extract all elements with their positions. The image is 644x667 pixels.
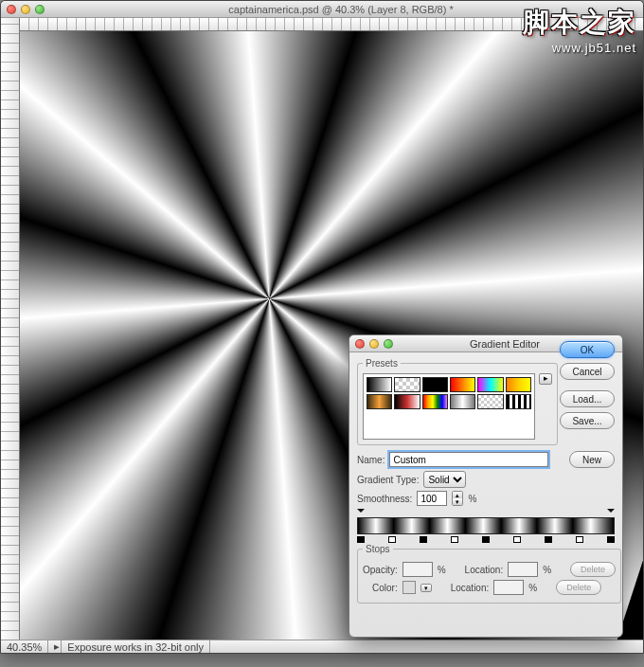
presets-fieldset: Presets ▸ bbox=[357, 358, 558, 445]
status-zoom[interactable]: 40.35% bbox=[1, 640, 48, 653]
opacity-stop[interactable] bbox=[607, 510, 615, 517]
color-stop[interactable] bbox=[607, 534, 615, 542]
color-picker-flyout-icon[interactable]: ▾ bbox=[420, 584, 432, 592]
gradient-editor-dialog: Gradient Editor OK Cancel Load... Save..… bbox=[349, 334, 623, 638]
stops-label: Stops bbox=[363, 544, 393, 554]
preset-swatch[interactable] bbox=[477, 394, 503, 409]
gradient-type-label: Gradient Type: bbox=[357, 475, 419, 485]
preset-swatch[interactable] bbox=[506, 377, 531, 392]
presets-label: Presets bbox=[363, 358, 401, 369]
new-button[interactable]: New bbox=[569, 451, 615, 468]
smoothness-stepper[interactable]: ▴▾ bbox=[452, 491, 463, 506]
gradient-preview[interactable] bbox=[357, 517, 615, 534]
ruler-vertical[interactable] bbox=[1, 18, 20, 640]
color-stop[interactable] bbox=[357, 534, 365, 542]
zoom-icon[interactable] bbox=[384, 339, 393, 349]
preset-grid bbox=[363, 373, 535, 440]
color-label: Color: bbox=[372, 583, 398, 593]
pct-label: % bbox=[438, 565, 446, 575]
gradient-type-select[interactable]: Solid bbox=[423, 471, 466, 488]
color-location-input[interactable] bbox=[493, 580, 524, 595]
name-label: Name: bbox=[357, 455, 385, 465]
dialog-window-controls bbox=[355, 339, 393, 349]
pct-label: % bbox=[543, 565, 551, 575]
status-info[interactable]: Exposure works in 32-bit only bbox=[62, 640, 210, 653]
preset-swatch[interactable] bbox=[506, 394, 531, 409]
preset-swatch[interactable] bbox=[422, 394, 448, 409]
color-stop[interactable] bbox=[451, 534, 458, 542]
stops-fieldset: Stops Opacity: % Location: % Delete Colo… bbox=[357, 544, 621, 604]
color-stop[interactable] bbox=[576, 534, 583, 542]
watermark-text: 脚本之家 bbox=[523, 5, 636, 41]
opacity-input[interactable] bbox=[402, 562, 433, 577]
minimize-icon[interactable] bbox=[369, 339, 379, 349]
delete-opacity-stop-button[interactable]: Delete bbox=[570, 562, 616, 577]
preset-swatch[interactable] bbox=[477, 377, 503, 392]
delete-color-stop-button[interactable]: Delete bbox=[556, 580, 601, 595]
color-stop[interactable] bbox=[388, 534, 396, 542]
close-icon[interactable] bbox=[355, 339, 365, 349]
preset-swatch[interactable] bbox=[422, 377, 448, 392]
color-stop[interactable] bbox=[482, 534, 490, 542]
color-stop[interactable] bbox=[513, 534, 521, 542]
smoothness-label: Smoothness: bbox=[357, 494, 412, 504]
status-icon[interactable]: ▸ bbox=[48, 640, 62, 653]
opacity-stop[interactable] bbox=[357, 510, 365, 517]
location-label: Location: bbox=[451, 583, 490, 593]
gradient-name-input[interactable] bbox=[389, 452, 548, 467]
zoom-icon[interactable] bbox=[35, 5, 45, 14]
smoothness-input[interactable] bbox=[417, 491, 447, 506]
window-controls bbox=[7, 5, 45, 14]
watermark: 脚本之家 www.jb51.net bbox=[523, 5, 636, 55]
preset-swatch[interactable] bbox=[450, 394, 475, 409]
opacity-location-input[interactable] bbox=[508, 562, 538, 577]
pct-label: % bbox=[468, 494, 476, 504]
close-icon[interactable] bbox=[7, 5, 16, 14]
watermark-url: www.jb51.net bbox=[523, 41, 636, 55]
minimize-icon[interactable] bbox=[21, 5, 30, 14]
status-bar: 40.35% ▸ Exposure works in 32-bit only bbox=[1, 640, 643, 653]
preset-swatch[interactable] bbox=[450, 377, 475, 392]
gradient-bar[interactable] bbox=[357, 510, 615, 542]
color-swatch[interactable] bbox=[402, 581, 416, 594]
pct-label: % bbox=[528, 583, 537, 593]
dialog-body: Presets ▸ Name: New Gradient Typ bbox=[349, 352, 622, 615]
preset-swatch[interactable] bbox=[367, 394, 392, 409]
presets-flyout-icon[interactable]: ▸ bbox=[539, 373, 552, 385]
preset-swatch[interactable] bbox=[394, 377, 420, 392]
color-stop[interactable] bbox=[420, 534, 427, 542]
location-label: Location: bbox=[465, 565, 504, 575]
preset-swatch[interactable] bbox=[367, 377, 392, 392]
opacity-label: Opacity: bbox=[363, 565, 398, 575]
preset-swatch[interactable] bbox=[394, 394, 420, 409]
color-stop[interactable] bbox=[545, 534, 552, 542]
